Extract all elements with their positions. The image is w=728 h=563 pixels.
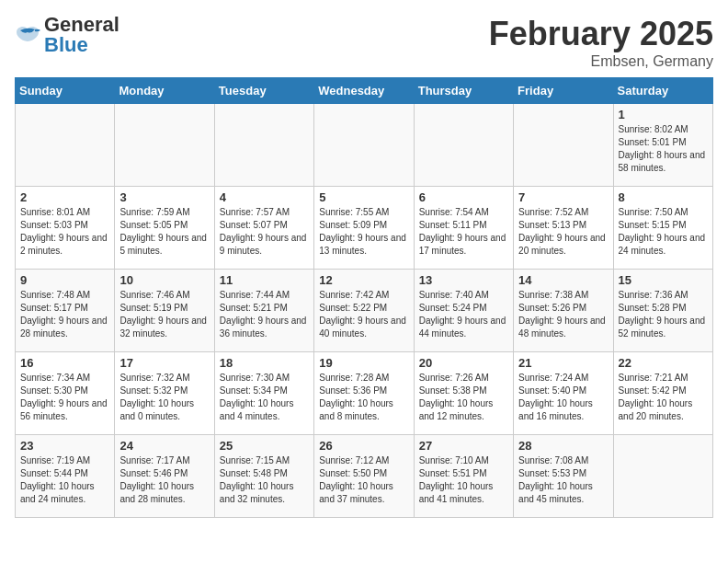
table-row: 15 Sunrise: 7:36 AMSunset: 5:28 PMDaylig… (613, 270, 712, 352)
table-row: 27 Sunrise: 7:10 AMSunset: 5:51 PMDaylig… (414, 435, 513, 518)
table-row: 17 Sunrise: 7:32 AMSunset: 5:32 PMDaylig… (115, 352, 214, 435)
calendar-title: February 2025 (489, 15, 713, 53)
day-info: Sunrise: 7:40 AMSunset: 5:24 PMDaylight:… (419, 289, 508, 340)
day-info: Sunrise: 7:24 AMSunset: 5:40 PMDaylight:… (518, 372, 608, 423)
day-info: Sunrise: 7:28 AMSunset: 5:36 PMDaylight:… (319, 372, 408, 423)
header-tuesday: Tuesday (214, 78, 313, 104)
table-row: 25 Sunrise: 7:15 AMSunset: 5:48 PMDaylig… (214, 435, 313, 518)
table-row: 7 Sunrise: 7:52 AMSunset: 5:13 PMDayligh… (514, 187, 613, 270)
day-number: 20 (419, 356, 508, 370)
day-number: 19 (319, 356, 408, 370)
table-row: 23 Sunrise: 7:19 AMSunset: 5:44 PMDaylig… (16, 435, 115, 518)
table-row: 14 Sunrise: 7:38 AMSunset: 5:26 PMDaylig… (514, 270, 613, 352)
table-row (414, 104, 513, 187)
day-number: 17 (119, 356, 209, 370)
day-info: Sunrise: 7:12 AMSunset: 5:50 PMDaylight:… (319, 454, 408, 506)
table-row: 19 Sunrise: 7:28 AMSunset: 5:36 PMDaylig… (314, 352, 414, 435)
day-number: 27 (419, 439, 508, 453)
day-number: 25 (220, 439, 309, 453)
calendar-week-row: 1 Sunrise: 8:02 AMSunset: 5:01 PMDayligh… (16, 104, 713, 187)
table-row: 16 Sunrise: 7:34 AMSunset: 5:30 PMDaylig… (16, 352, 115, 435)
calendar-table: Sunday Monday Tuesday Wednesday Thursday… (15, 77, 713, 518)
day-info: Sunrise: 7:36 AMSunset: 5:28 PMDaylight:… (619, 289, 708, 340)
day-number: 3 (119, 190, 209, 204)
header-saturday: Saturday (613, 78, 712, 104)
logo: General Blue (15, 15, 119, 55)
day-info: Sunrise: 7:46 AMSunset: 5:19 PMDaylight:… (119, 289, 209, 340)
calendar-week-row: 9 Sunrise: 7:48 AMSunset: 5:17 PMDayligh… (16, 270, 713, 352)
table-row (613, 435, 712, 518)
day-info: Sunrise: 7:59 AMSunset: 5:05 PMDaylight:… (119, 206, 209, 258)
table-row (16, 104, 115, 187)
day-info: Sunrise: 7:50 AMSunset: 5:15 PMDaylight:… (619, 206, 708, 258)
table-row (214, 104, 313, 187)
weekday-header-row: Sunday Monday Tuesday Wednesday Thursday… (16, 78, 713, 104)
day-number: 5 (319, 190, 408, 204)
table-row: 12 Sunrise: 7:42 AMSunset: 5:22 PMDaylig… (314, 270, 414, 352)
day-number: 22 (619, 356, 708, 370)
day-info: Sunrise: 7:57 AMSunset: 5:07 PMDaylight:… (220, 206, 309, 258)
table-row: 9 Sunrise: 7:48 AMSunset: 5:17 PMDayligh… (16, 270, 115, 352)
table-row: 8 Sunrise: 7:50 AMSunset: 5:15 PMDayligh… (613, 187, 712, 270)
day-number: 21 (518, 356, 608, 370)
table-row (314, 104, 414, 187)
day-number: 6 (419, 190, 508, 204)
table-row (514, 104, 613, 187)
day-number: 1 (619, 108, 708, 121)
day-number: 15 (619, 273, 708, 287)
day-info: Sunrise: 7:54 AMSunset: 5:11 PMDaylight:… (419, 206, 508, 258)
day-number: 12 (319, 273, 408, 287)
header-thursday: Thursday (414, 78, 513, 104)
table-row: 2 Sunrise: 8:01 AMSunset: 5:03 PMDayligh… (16, 187, 115, 270)
table-row: 5 Sunrise: 7:55 AMSunset: 5:09 PMDayligh… (314, 187, 414, 270)
day-info: Sunrise: 7:21 AMSunset: 5:42 PMDaylight:… (619, 372, 708, 423)
calendar-subtitle: Embsen, Germany (489, 53, 713, 70)
day-info: Sunrise: 7:10 AMSunset: 5:51 PMDaylight:… (419, 454, 508, 506)
header-sunday: Sunday (16, 78, 115, 104)
calendar-week-row: 23 Sunrise: 7:19 AMSunset: 5:44 PMDaylig… (16, 435, 713, 518)
logo-text: General Blue (44, 15, 119, 55)
table-row: 6 Sunrise: 7:54 AMSunset: 5:11 PMDayligh… (414, 187, 513, 270)
calendar-week-row: 16 Sunrise: 7:34 AMSunset: 5:30 PMDaylig… (16, 352, 713, 435)
header-friday: Friday (514, 78, 613, 104)
table-row: 28 Sunrise: 7:08 AMSunset: 5:53 PMDaylig… (514, 435, 613, 518)
day-number: 11 (220, 273, 309, 287)
table-row: 21 Sunrise: 7:24 AMSunset: 5:40 PMDaylig… (514, 352, 613, 435)
day-number: 9 (20, 273, 109, 287)
day-number: 7 (518, 190, 608, 204)
day-number: 2 (20, 190, 109, 204)
table-row: 24 Sunrise: 7:17 AMSunset: 5:46 PMDaylig… (115, 435, 214, 518)
day-info: Sunrise: 7:26 AMSunset: 5:38 PMDaylight:… (419, 372, 508, 423)
day-number: 14 (518, 273, 608, 287)
day-info: Sunrise: 7:17 AMSunset: 5:46 PMDaylight:… (119, 454, 209, 506)
day-info: Sunrise: 7:08 AMSunset: 5:53 PMDaylight:… (518, 454, 608, 506)
day-number: 28 (518, 439, 608, 453)
day-info: Sunrise: 7:19 AMSunset: 5:44 PMDaylight:… (20, 454, 109, 506)
day-info: Sunrise: 7:34 AMSunset: 5:30 PMDaylight:… (20, 372, 109, 423)
day-info: Sunrise: 7:42 AMSunset: 5:22 PMDaylight:… (319, 289, 408, 340)
table-row: 13 Sunrise: 7:40 AMSunset: 5:24 PMDaylig… (414, 270, 513, 352)
day-number: 10 (119, 273, 209, 287)
day-info: Sunrise: 7:48 AMSunset: 5:17 PMDaylight:… (20, 289, 109, 340)
day-number: 18 (220, 356, 309, 370)
day-info: Sunrise: 7:30 AMSunset: 5:34 PMDaylight:… (220, 372, 309, 423)
table-row (115, 104, 214, 187)
title-block: February 2025 Embsen, Germany (489, 15, 713, 70)
header-wednesday: Wednesday (314, 78, 414, 104)
table-row: 1 Sunrise: 8:02 AMSunset: 5:01 PMDayligh… (613, 104, 712, 187)
day-number: 23 (20, 439, 109, 453)
day-number: 8 (619, 190, 708, 204)
day-number: 24 (119, 439, 209, 453)
calendar-week-row: 2 Sunrise: 8:01 AMSunset: 5:03 PMDayligh… (16, 187, 713, 270)
day-number: 13 (419, 273, 508, 287)
day-info: Sunrise: 8:02 AMSunset: 5:01 PMDaylight:… (619, 123, 708, 175)
day-number: 4 (220, 190, 309, 204)
day-info: Sunrise: 7:38 AMSunset: 5:26 PMDaylight:… (518, 289, 608, 340)
table-row: 4 Sunrise: 7:57 AMSunset: 5:07 PMDayligh… (214, 187, 313, 270)
logo-icon (15, 25, 40, 45)
day-number: 16 (20, 356, 109, 370)
day-info: Sunrise: 7:55 AMSunset: 5:09 PMDaylight:… (319, 206, 408, 258)
table-row: 11 Sunrise: 7:44 AMSunset: 5:21 PMDaylig… (214, 270, 313, 352)
page-header: General Blue February 2025 Embsen, Germa… (15, 15, 713, 70)
table-row: 26 Sunrise: 7:12 AMSunset: 5:50 PMDaylig… (314, 435, 414, 518)
